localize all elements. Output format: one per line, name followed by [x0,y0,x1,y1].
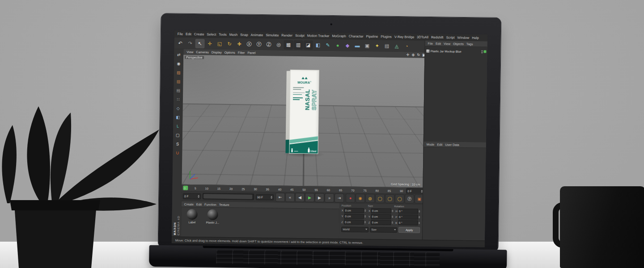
object-manager-menu-item[interactable]: File [428,42,433,45]
record-scale-toggle[interactable]: ◯ [385,194,394,203]
menu-item[interactable]: Motion Tracker [306,34,331,38]
menu-item[interactable]: Help [470,36,480,40]
z-axis-lock-toggle[interactable]: Ⓩ [264,40,273,49]
viewport-zoom-icon[interactable]: ⊕ [411,52,415,57]
last-used-tool[interactable]: ✚ [234,39,244,49]
record-rotation-toggle[interactable]: ◯ [395,194,404,203]
menu-item[interactable]: 3DToAll [415,35,430,39]
coordinate-field[interactable]: 0 cm [344,214,364,219]
snap-button[interactable]: S [174,140,182,148]
end-frame-field[interactable]: 90 F [256,194,274,200]
stepper-icon[interactable] [271,196,272,199]
stepper-icon[interactable] [418,222,420,224]
spline-pen-button[interactable]: ✎ [323,40,332,50]
light-button[interactable]: ✦ [372,41,381,50]
coordinate-field[interactable]: 0 ° [398,220,418,226]
magnet-button[interactable]: U [174,149,181,157]
menu-item[interactable]: MoGraph [330,34,347,38]
menu-item[interactable]: V-Ray Bridge [393,35,415,39]
play-button[interactable]: ▶ [305,193,314,202]
menu-item[interactable]: File [176,32,184,36]
record-position-toggle[interactable]: ◯ [375,194,385,203]
attribute-menu-item[interactable]: Edit [437,143,442,146]
viewport-menu-item[interactable]: View [185,50,195,54]
viewport-menu-item[interactable]: Panel [246,51,257,54]
edges-mode-button[interactable]: ◇ [174,105,182,112]
live-selection-tool[interactable]: ↖ [195,39,204,48]
camera-button[interactable]: ▣ [362,41,372,50]
redo-icon[interactable]: ↷ [185,38,195,48]
menu-item[interactable]: Select [205,32,217,36]
stepper-icon[interactable] [391,216,393,218]
stepper-icon[interactable] [364,221,366,223]
stepper-icon[interactable] [418,216,420,218]
uv-mode-button[interactable]: ▧ [174,78,182,85]
keyframe-selection-button[interactable]: ◍ [365,194,375,203]
viewport-canvas[interactable]: Perspective MOURA® NASAL SPRAY [182,55,424,188]
menu-item[interactable]: Create [193,32,206,36]
coordinate-field[interactable]: 0 cm [371,214,391,219]
size-mode-dropdown[interactable]: Size [370,227,397,233]
render-view-button[interactable]: ▦ [284,40,293,49]
mograph-button[interactable]: ◬ [392,41,401,50]
next-frame-button[interactable]: ▶ [315,193,324,202]
coordinate-system-dropdown[interactable]: World [341,226,369,232]
visibility-dots-icon[interactable] [481,50,483,53]
undo-icon[interactable]: ↶ [175,38,185,48]
apply-button[interactable]: Apply [398,227,420,233]
coordinate-field[interactable]: 0 cm [344,208,364,213]
prev-key-button[interactable]: « [285,193,295,202]
menu-item[interactable]: Animate [250,33,265,37]
next-key-button[interactable]: » [325,193,334,202]
menu-item[interactable]: Render [280,34,294,38]
stepper-icon[interactable] [419,210,420,213]
rotate-tool[interactable]: ↻ [225,39,234,48]
stepper-icon[interactable] [364,215,366,218]
viewport-pan-icon[interactable]: ✛ [405,52,410,57]
object-manager-menu-item[interactable]: View [444,42,450,45]
stepper-icon[interactable] [198,195,199,198]
menu-item[interactable]: Script [445,35,456,39]
attribute-menu-item[interactable]: Mode [427,142,435,146]
coordinate-field[interactable]: 0 cm [371,220,391,225]
menu-item[interactable]: Sculpt [294,34,306,38]
subdivision-surface-button[interactable]: ● [333,41,342,50]
viewport-menu-item[interactable]: Cameras [195,50,210,54]
x-axis-lock-toggle[interactable]: Ⓧ [244,39,254,49]
render-picture-viewer-button[interactable]: ▥ [293,40,303,49]
polygons-mode-button[interactable]: ◧ [174,113,182,121]
record-keyframe-button[interactable]: ● [346,193,355,202]
object-row[interactable]: Plastic Jar Mockup Blue [425,48,487,54]
workplane-mode-button[interactable]: ▤ [174,87,182,94]
material-item[interactable]: Plastic J... [204,209,220,224]
current-frame-field[interactable]: 0 F [406,188,424,194]
materials-menu-item[interactable]: Edit [196,203,202,206]
coordinate-field[interactable]: 0 ° [398,209,418,214]
material-item[interactable]: Label [184,209,200,224]
start-frame-field[interactable]: 0 F [183,193,201,199]
floor-button[interactable]: ▬ [352,41,362,50]
viewport-solo-button[interactable]: ▢ [174,131,182,139]
goto-end-button[interactable]: ⇥ [335,193,344,202]
materials-menu-item[interactable]: Function [204,203,216,206]
object-manager-menu-item[interactable]: Tags [466,42,473,45]
menu-item[interactable]: Snap [239,33,250,37]
menu-item[interactable]: Plugins [379,34,393,38]
coordinate-field[interactable]: 0 cm [344,219,364,225]
axis-mode-button[interactable]: L [174,122,182,130]
materials-menu-item[interactable]: Texture [219,203,229,206]
product-box[interactable]: MOURA® NASAL SPRAY [289,70,319,154]
menu-item[interactable]: Window [456,36,471,40]
scale-tool[interactable]: ◱ [215,39,224,48]
coordinate-field[interactable]: 0 ° [398,214,418,220]
viewport-menu-item[interactable]: Filter [237,51,246,54]
object-manager-menu-item[interactable]: Edit [436,42,441,45]
stepper-icon[interactable] [391,222,393,224]
y-axis-lock-toggle[interactable]: Ⓨ [254,39,263,49]
menu-item[interactable]: Character [347,34,365,39]
simulate-button[interactable]: ◔ [402,42,411,51]
menu-item[interactable]: Mesh [228,33,239,37]
stepper-icon[interactable] [391,210,393,212]
model-mode-button[interactable]: ◉ [175,60,182,67]
prev-frame-button[interactable]: ◀ [295,193,305,202]
